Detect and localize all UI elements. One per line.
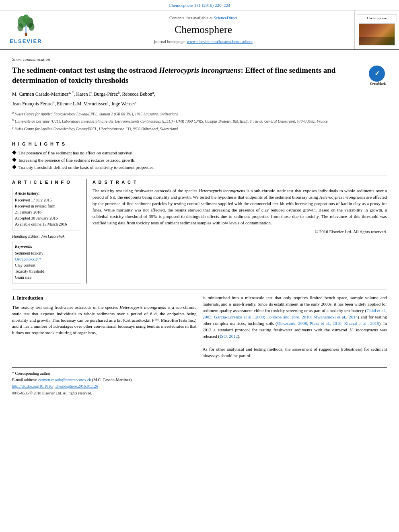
highlight-item-1: ◆ The presence of fine sediment has no e… — [12, 150, 387, 156]
svg-rect-7 — [25, 33, 27, 36]
highlight-bullet-1: ◆ — [12, 150, 16, 155]
affiliation-c: c Swiss Centre for Applied Ecotoxicology… — [12, 125, 387, 132]
author-email-link[interactable]: carmen.casado@centreecotox.ch — [38, 378, 92, 382]
email-note: E-mail address: carmen.casado@centreecot… — [12, 377, 387, 383]
section-label: Short communication — [12, 56, 387, 62]
intro-heading: 1. Introduction — [12, 295, 197, 302]
crossmark-icon: ✓ — [369, 66, 385, 82]
available-date: Available online 15 March 2016 — [15, 222, 78, 227]
keyword-2: Ostracotoxkit™ — [15, 257, 78, 262]
article-history-label: Article history: — [15, 191, 78, 196]
article-info-abstract: A R T I C L E I N F O Article history: R… — [12, 179, 387, 283]
journal-cover-image — [359, 23, 395, 45]
citation-chial[interactable]: Chial et al., 2003; Garcia-Lorenzo et al… — [203, 308, 387, 319]
highlight-bullet-2: ◆ — [12, 157, 16, 162]
accepted-date: Accepted 30 January 2016 — [15, 216, 78, 221]
highlights-section: H I G H L I G H T S ◆ The presence of fi… — [12, 141, 387, 171]
highlights-title: H I G H L I G H T S — [12, 141, 387, 147]
body-two-col: 1. Introduction The toxicity test using … — [12, 295, 387, 359]
intro-paragraph: The toxicity test using freshwater ostra… — [12, 304, 197, 337]
journal-homepage: journal homepage: www.elsevier.com/locat… — [154, 39, 253, 45]
keywords-label: Keywords: — [15, 244, 78, 249]
corresponding-note: * Corresponding author — [12, 371, 387, 376]
page: Chemosphere 151 (2016) 220–224 ELSEVIER — [0, 0, 399, 532]
header-section: ELSEVIER Contents lists available at Sci… — [0, 10, 399, 50]
crossmark-label: CrossMark — [369, 82, 387, 86]
article-title: The sediment-contact test using the ostr… — [12, 66, 387, 85]
divider-before-article-info — [12, 175, 387, 175]
svg-point-4 — [23, 14, 29, 23]
received-revised-label: Received in revised form — [15, 203, 78, 209]
journal-thumb-label: Chemosphere — [357, 14, 397, 22]
svg-point-5 — [17, 23, 23, 31]
journal-top-bar: Chemosphere 151 (2016) 220–224 — [0, 0, 399, 10]
body-section: 1. Introduction The toxicity test using … — [12, 290, 387, 396]
svg-point-6 — [29, 23, 35, 31]
citation-oleszczuk[interactable]: Oleszczuk, 2008; Plaza et al., 2010; Kha… — [277, 321, 379, 326]
journal-homepage-link[interactable]: www.elsevier.com/locate/chemosphere — [187, 39, 253, 44]
body-para-2: is miniaturised into a microscale test t… — [203, 295, 387, 340]
elsevier-tree-icon — [15, 14, 37, 37]
keywords-section: Keywords: Sediment toxicity Ostracotoxki… — [12, 241, 81, 283]
journal-header-center: Contents lists available at ScienceDirec… — [52, 10, 355, 49]
journal-citation: Chemosphere 151 (2016) 220–224 — [169, 3, 230, 8]
highlight-bullet-3: ◆ — [12, 164, 16, 170]
article-history: Article history: Received 17 July 2015 R… — [12, 188, 81, 230]
keyword-4: Toxicity threshold — [15, 269, 78, 274]
authors-line1: M. Carmen Casado-Martineza, *, Karen F. … — [12, 90, 387, 98]
doi-line: http://dx.doi.org/10.1016/j.chemosphere.… — [12, 384, 387, 389]
keyword-1: Sediment toxicity — [15, 251, 78, 256]
crossmark-badge[interactable]: ✓ CrossMark — [369, 66, 387, 84]
journal-title: Chemosphere — [175, 23, 232, 37]
elsevier-logo-area: ELSEVIER — [0, 10, 52, 49]
doi-link[interactable]: http://dx.doi.org/10.1016/j.chemosphere.… — [12, 384, 98, 388]
author-sup-1: a, * — [68, 90, 74, 94]
highlight-item-3: ◆ Toxicity thresholds defined on the bas… — [12, 164, 387, 170]
elsevier-wordmark: ELSEVIER — [10, 38, 42, 45]
sciencedirect-link[interactable]: ScienceDirect — [214, 16, 237, 20]
contents-available: Contents lists available at ScienceDirec… — [169, 15, 237, 21]
highlight-item-2: ◆ Increasing the presence of fine sedime… — [12, 157, 387, 163]
revised-date: 21 January 2016 — [15, 210, 78, 215]
keyword-3: Clay content — [15, 263, 78, 268]
authors-line2: Jean-François Férardb, Etienne L.M. Verm… — [12, 100, 387, 107]
footnote-section: * Corresponding author E-mail address: c… — [12, 367, 387, 396]
body-para-3: As for other analytical and testing meth… — [203, 346, 387, 359]
elsevier-logo: ELSEVIER — [10, 14, 42, 45]
comma-sep: , — [154, 91, 155, 97]
affiliations: a Swiss Centre for Applied Ecotoxicology… — [12, 111, 387, 132]
journal-thumbnail-area: Chemosphere — [355, 10, 399, 49]
received-date: Received 17 July 2015 — [15, 197, 78, 203]
affiliation-b: b Université de Lorraine (UdL), Laborato… — [12, 118, 387, 124]
abstract-text: The toxicity test using freshwater ostra… — [93, 188, 387, 226]
body-col-right: is miniaturised into a microscale test t… — [203, 295, 387, 359]
article-info-col: A R T I C L E I N F O Article history: R… — [12, 179, 86, 283]
article-title-text: The sediment-contact test using the ostr… — [12, 66, 335, 84]
citation-iso[interactable]: ISO, 2012 — [220, 334, 238, 339]
divider-after-affiliations — [12, 137, 387, 137]
body-col-left: 1. Introduction The toxicity test using … — [12, 295, 197, 359]
handling-editor: Handling Editor: Jim Lazorchak — [12, 234, 81, 239]
issn-line: 0045-6535/© 2016 Elsevier Ltd. All right… — [12, 391, 387, 396]
abstract-col: A B S T R A C T The toxicity test using … — [93, 179, 387, 283]
article-content: Short communication The sediment-contact… — [0, 50, 399, 404]
article-info-title: A R T I C L E I N F O — [12, 179, 81, 185]
affiliation-a: a Swiss Centre for Applied Ecotoxicology… — [12, 111, 387, 117]
abstract-title: A B S T R A C T — [93, 179, 387, 185]
keyword-5: Grain size — [15, 275, 78, 280]
abstract-copyright: © 2016 Elsevier Ltd. All rights reserved… — [93, 229, 387, 235]
